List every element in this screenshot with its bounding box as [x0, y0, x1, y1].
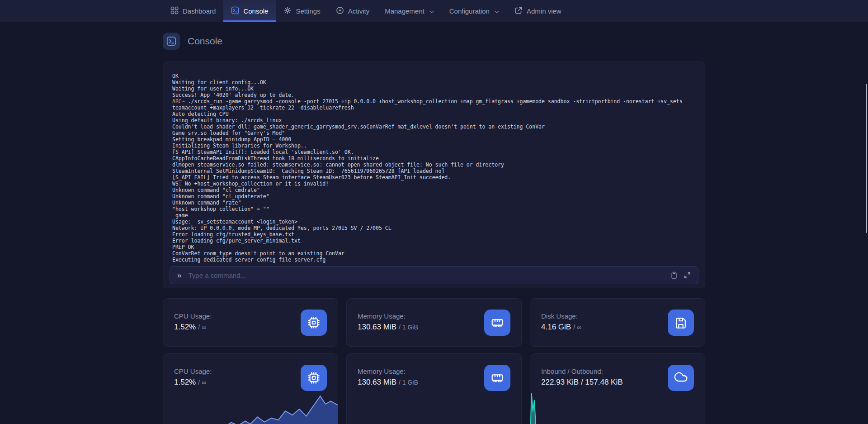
memory-usage-card: Memory Usage: 130.63 MiB/ 1 GiB	[346, 298, 522, 347]
terminal-icon	[231, 6, 239, 16]
chevron-down-icon	[495, 7, 499, 15]
nav-label: Configuration	[449, 7, 490, 15]
page-header: Console	[163, 32, 705, 50]
top-navbar: Dashboard Console Settings	[0, 0, 868, 22]
chevron-down-icon	[429, 7, 434, 15]
console-line: CAppInfoCacheReadFromDiskThread took 18 …	[172, 155, 698, 162]
console-line: Auto detecting CPU	[172, 111, 698, 117]
nav-item-admin-view[interactable]: Admin view	[507, 0, 569, 22]
command-bar: »	[170, 266, 698, 284]
circle-dot-icon	[336, 6, 344, 16]
nav-label: Management	[385, 7, 425, 15]
console-line: Error loading cfg/pure_server_minimal.tx…	[172, 238, 698, 244]
console-line: [S_API] SteamAPI_Init(): Loaded local 's…	[172, 149, 698, 155]
cloud-icon	[668, 365, 694, 391]
nav-label: Dashboard	[183, 7, 216, 15]
network-usage-card: Inbound / Outbound: 222.93 KiB / 157.48 …	[530, 353, 705, 424]
console-line: Using default binary: ./srcds_linux	[172, 117, 698, 124]
disk-icon	[668, 310, 694, 336]
memory-usage-card-graph: Memory Usage: 130.63 MiB/ 1 GiB	[346, 353, 522, 424]
console-line: dlmopen steamservice.so failed: steamser…	[172, 162, 698, 168]
console-line: Unknown command "rate"	[172, 200, 698, 206]
command-input[interactable]	[187, 271, 665, 280]
page-title: Console	[188, 36, 222, 47]
disk-usage-card: Disk Usage: 4.16 GiB/ ∞	[530, 298, 705, 347]
console-line: Couldn't load shader dll: game_shader_ge…	[172, 124, 698, 130]
grid-icon	[170, 6, 179, 16]
cpu-usage-card-graph: CPU Usage: 1.52%/ ∞	[163, 353, 338, 424]
cpu-icon	[301, 310, 327, 336]
console-line: Error loading cfg/trusted_keys_base.txt	[172, 231, 698, 238]
nav-label: Activity	[348, 7, 370, 15]
console-line: Setting breakpad minidump AppID = 4000	[172, 136, 698, 143]
console-line: Waiting for user info...OK	[172, 86, 698, 92]
console-line: ARC~ ./srcds_run -game garrysmod -consol…	[172, 98, 698, 105]
stats-grid: CPU Usage: 1.52%/ ∞ Memory Usage: 130.63…	[163, 298, 705, 424]
prompt-icon: »	[177, 272, 181, 279]
cpu-sparkline-chart	[163, 389, 338, 424]
clipboard-icon[interactable]	[670, 272, 678, 279]
nav-label: Console	[243, 7, 268, 15]
nav-label: Admin view	[527, 7, 561, 15]
cpu-icon	[301, 365, 327, 391]
console-line: Initializing Steam libraries for Worksho…	[172, 143, 698, 149]
cpu-usage-card: CPU Usage: 1.52%/ ∞	[163, 298, 338, 347]
expand-icon[interactable]	[684, 272, 691, 279]
console-line: SteamInternal_SetMinidumpSteamID: Cachin…	[172, 168, 698, 174]
page-scrollbar[interactable]	[866, 84, 867, 233]
nav-item-dashboard[interactable]: Dashboard	[163, 0, 223, 22]
console-line: Game_srv.so loaded for "Garry's Mod"	[172, 130, 698, 136]
terminal-icon	[163, 33, 180, 50]
console-line: ConVarRef room_type doesn't point to an …	[172, 250, 698, 257]
nav-item-settings[interactable]: Settings	[276, 0, 328, 22]
nav-item-configuration[interactable]: Configuration	[442, 0, 507, 22]
console-line: PREP OK	[172, 244, 698, 250]
console-line: Success! App '4020' already up to date.	[172, 92, 698, 98]
console-line: Usage: sv_setsteamaccount <login_token>	[172, 219, 698, 225]
gear-icon	[283, 6, 292, 16]
nav-item-management[interactable]: Management	[377, 0, 442, 22]
console-line: Executing dedicated server config file s…	[172, 257, 698, 263]
nav-item-console[interactable]: Console	[223, 0, 276, 22]
memory-icon	[484, 365, 510, 391]
console-line: game	[172, 212, 698, 219]
console-output[interactable]: OKWaiting for client config...OKWaiting …	[170, 73, 698, 263]
console-panel: OKWaiting for client config...OKWaiting …	[163, 62, 705, 288]
console-line: OK	[172, 73, 698, 79]
nav-label: Settings	[296, 7, 320, 15]
nav-item-activity[interactable]: Activity	[328, 0, 377, 22]
console-line: Waiting for client config...OK	[172, 79, 698, 86]
console-line: WS: No +host_workshop_collection or it i…	[172, 181, 698, 187]
console-line: "host_workshop_collection" = ""	[172, 206, 698, 212]
console-line: Unknown command "cl_cmdrate"	[172, 187, 698, 193]
console-line: Unknown command "cl_updaterate"	[172, 193, 698, 200]
external-link-icon	[514, 6, 523, 16]
console-line: teamaccount +maxplayers 32 -tickrate 22 …	[172, 105, 698, 111]
console-line: [S_API FAIL] Tried to access Steam inter…	[172, 174, 698, 181]
network-sparkline-chart	[530, 389, 705, 424]
console-line: Network: IP 0.0.0.0, mode MP, dedicated …	[172, 225, 698, 231]
memory-icon	[484, 310, 510, 336]
